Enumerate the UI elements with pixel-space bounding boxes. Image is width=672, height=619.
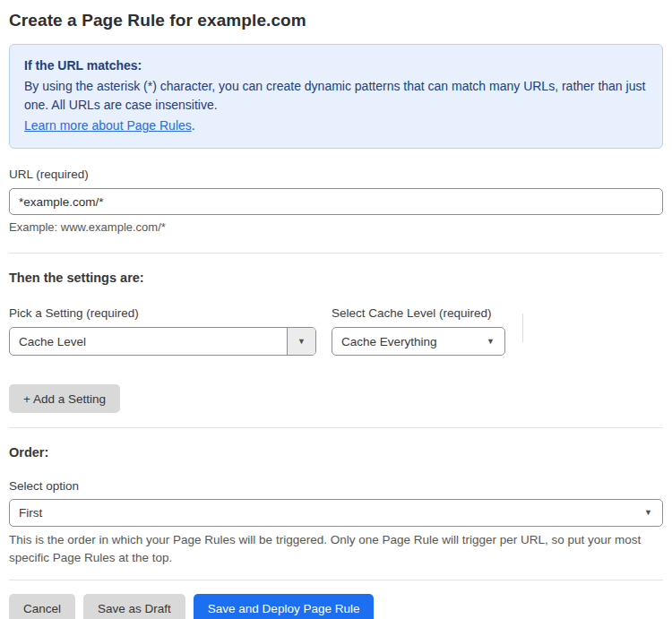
info-box-body: By using the asterisk (*) character, you… (24, 77, 648, 115)
url-helper-text: Example: www.example.com/* (9, 220, 663, 234)
chevron-down-icon: ▼ (644, 509, 662, 517)
order-select-label: Select option (9, 479, 663, 493)
chevron-down-icon: ▼ (297, 338, 306, 346)
cancel-button[interactable]: Cancel (9, 594, 75, 619)
learn-more-link[interactable]: Learn more about Page Rules (24, 118, 192, 133)
link-suffix: . (192, 118, 195, 133)
chevron-down-icon: ▼ (487, 338, 504, 346)
cache-level-value: Cache Everything (332, 335, 487, 348)
url-field-label: URL (required) (9, 168, 663, 181)
page-rule-form: Create a Page Rule for example.com If th… (0, 0, 672, 619)
setting-separator (522, 314, 523, 342)
section-divider (9, 427, 663, 428)
order-dropdown[interactable]: First ▼ (9, 499, 663, 527)
dropdown-arrow-box: ▼ (287, 328, 315, 355)
info-box-heading: If the URL matches: (24, 56, 648, 75)
url-input[interactable] (9, 188, 663, 215)
section-divider (9, 253, 663, 254)
cache-level-column: Select Cache Level (required) Cache Ever… (332, 306, 505, 356)
setting-picker-label: Pick a Setting (required) (9, 306, 316, 320)
setting-picker-dropdown[interactable]: Cache Level ▼ (9, 327, 316, 356)
add-setting-button[interactable]: + Add a Setting (9, 384, 120, 413)
settings-section-heading: Then the settings are: (9, 271, 663, 285)
save-deploy-button[interactable]: Save and Deploy Page Rule (194, 594, 375, 619)
save-draft-button[interactable]: Save as Draft (83, 594, 185, 619)
form-actions: Cancel Save as Draft Save and Deploy Pag… (9, 594, 663, 619)
order-section-heading: Order: (9, 445, 663, 460)
order-helper-text: This is the order in which your Page Rul… (9, 531, 663, 566)
page-title: Create a Page Rule for example.com (9, 11, 663, 30)
info-box-link-line: Learn more about Page Rules. (24, 116, 648, 135)
setting-picker-column: Pick a Setting (required) Cache Level ▼ (9, 306, 316, 356)
section-divider (9, 580, 663, 580)
setting-picker-value: Cache Level (10, 335, 287, 348)
url-match-info-box: If the URL matches: By using the asteris… (9, 44, 663, 149)
cache-level-label: Select Cache Level (required) (332, 306, 505, 320)
cache-level-dropdown[interactable]: Cache Everything ▼ (332, 327, 505, 356)
order-value: First (10, 506, 644, 520)
settings-row: Pick a Setting (required) Cache Level ▼ … (9, 306, 663, 356)
